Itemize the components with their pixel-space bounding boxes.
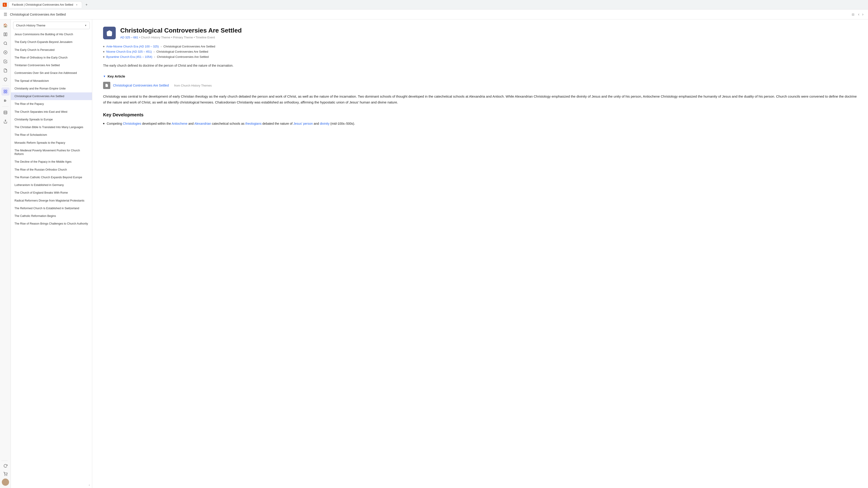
- rail-bottom: [1, 460, 9, 486]
- rail-search-icon[interactable]: [1, 39, 9, 47]
- rail-refresh-icon[interactable]: [1, 462, 9, 470]
- sidebar-item-20[interactable]: Lutheranism Is Established in Germany: [11, 181, 92, 189]
- menu-hamburger-icon[interactable]: ☰: [4, 12, 7, 17]
- sidebar-item-24[interactable]: The Catholic Reformation Begins: [11, 212, 92, 220]
- meta-separator-2: •: [171, 36, 173, 39]
- svg-point-15: [5, 475, 5, 476]
- sidebar-item-5[interactable]: Trinitarian Controversies Are Settled: [11, 61, 92, 69]
- sidebar-item-21[interactable]: The Church of England Breaks With Rome: [11, 189, 92, 197]
- article-source-text: from Church History Themes: [174, 84, 212, 87]
- dropdown-arrow-icon: ▼: [85, 24, 87, 27]
- svg-rect-7: [4, 90, 5, 91]
- svg-rect-11: [4, 111, 7, 114]
- sidebar-item-10[interactable]: The Rise of the Papacy: [11, 100, 92, 108]
- sidebar-item-25[interactable]: The Rise of Reason Brings Challenges to …: [11, 220, 92, 228]
- sidebar-item-16[interactable]: The Medieval Poverty Movement Pushes for…: [11, 147, 92, 158]
- key-development-text-1: Competing Christologies developed within…: [107, 121, 355, 126]
- sidebar-item-19[interactable]: The Roman Catholic Church Expands Beyond…: [11, 173, 92, 181]
- breadcrumbs: Ante-Nicene Church Era (AD 100 – 325) › …: [103, 45, 857, 59]
- page-meta: AD 325 – 681 • Church History Theme • Pr…: [120, 36, 242, 39]
- nav-forward-button[interactable]: ›: [861, 11, 864, 18]
- christologies-link[interactable]: Christologies: [123, 122, 141, 125]
- rail-shield-icon[interactable]: [1, 75, 9, 84]
- page-header-text: Christological Controversies Are Settled…: [120, 27, 242, 39]
- browser-tab-bar: L Factbook | Christological Controversie…: [0, 0, 868, 9]
- sidebar-item-6[interactable]: Controversies Over Sin and Grace Are Add…: [11, 69, 92, 77]
- breadcrumb-3: Byzantine Church Era (451 – 1054) › Chri…: [103, 55, 857, 59]
- breadcrumb-1: Ante-Nicene Church Era (AD 100 – 325) › …: [103, 45, 857, 48]
- jesus-person-link[interactable]: Jesus' person: [293, 122, 313, 125]
- rail-home-icon[interactable]: 🏠: [1, 21, 9, 29]
- alexandrian-link[interactable]: Alexandrian: [194, 122, 211, 125]
- breadcrumb-link-2[interactable]: Nicene Church Era (AD 325 – 451): [106, 50, 152, 53]
- sidebar-collapse-button[interactable]: ‹: [11, 482, 92, 488]
- app-bar-action-icon[interactable]: ⊟: [852, 13, 855, 16]
- key-development-item-1: Competing Christologies developed within…: [103, 121, 857, 126]
- dropdown-label: Church History Theme: [16, 24, 45, 27]
- rail-doc-icon[interactable]: [1, 66, 9, 74]
- theologians-link[interactable]: theologians: [245, 122, 261, 125]
- rail-layers-icon[interactable]: [1, 108, 9, 117]
- app-bar: ☰ Christological Controversies Are Settl…: [0, 9, 868, 20]
- new-tab-button[interactable]: +: [84, 2, 89, 7]
- sidebar-item-22[interactable]: Radical Reformers Diverge from Magisteri…: [11, 197, 92, 204]
- sidebar-item-18[interactable]: The Rise of the Russian Orthodox Church: [11, 166, 92, 173]
- rail-library-icon[interactable]: [1, 30, 9, 38]
- antiochene-link[interactable]: Antiochene: [172, 122, 187, 125]
- breadcrumb-link-1[interactable]: Ante-Nicene Church Era (AD 100 – 325): [106, 45, 159, 48]
- key-article-section-header[interactable]: ▼ Key Article: [103, 74, 857, 78]
- rail-expand-icon[interactable]: B ›: [1, 96, 9, 105]
- sidebar-item-8[interactable]: Christianity and the Roman Empire Unite: [11, 85, 92, 92]
- active-tab[interactable]: Factbook | Christological Controversies …: [8, 1, 82, 8]
- meta-separator-3: •: [194, 36, 195, 39]
- bullet-dot-1: [103, 123, 104, 124]
- sidebar-item-9[interactable]: Christological Controversies Are Settled: [11, 92, 92, 100]
- rail-grid-icon[interactable]: [1, 88, 9, 96]
- rail-check-icon[interactable]: [1, 57, 9, 66]
- rail-add-icon[interactable]: [1, 48, 9, 57]
- sidebar-item-13[interactable]: The Christian Bible Is Translated Into M…: [11, 123, 92, 131]
- rail-separator-2: [2, 106, 8, 107]
- date-range: AD 325 – 681: [120, 36, 138, 39]
- sidebar-item-17[interactable]: The Decline of the Papacy in the Middle …: [11, 158, 92, 166]
- breadcrumb-bullet-3: [103, 56, 104, 58]
- breadcrumb-current-2: Christological Controversies Are Settled: [156, 50, 208, 53]
- rail-share-icon[interactable]: [1, 118, 9, 126]
- sidebar-item-15[interactable]: Monastic Reform Spreads to the Papacy: [11, 139, 92, 147]
- sidebar-item-7[interactable]: The Spread of Monasticism: [11, 77, 92, 85]
- sidebar-item-11[interactable]: The Church Separates into East and West: [11, 108, 92, 116]
- sidebar-item-23[interactable]: The Reformed Church Is Established in Sw…: [11, 204, 92, 212]
- nav-back-button[interactable]: ‹: [857, 11, 860, 18]
- sidebar-item-12[interactable]: Christianity Spreads to Europe: [11, 116, 92, 123]
- key-article-link[interactable]: Christological Controversies Are Settled: [113, 84, 169, 87]
- section-toggle-icon[interactable]: ▼: [103, 75, 106, 78]
- sidebar-item-1[interactable]: Jesus Commissions the Building of His Ch…: [11, 31, 92, 38]
- meta-theme: Church History Theme: [141, 36, 170, 39]
- sidebar-item-2[interactable]: The Early Church Expands Beyond Jerusale…: [11, 38, 92, 46]
- body-text: Christology was central to the developme…: [103, 94, 857, 105]
- rail-avatar[interactable]: [1, 478, 9, 486]
- browser-favicon: L: [3, 3, 7, 7]
- meta-event: Timeline Event: [195, 36, 215, 39]
- theme-dropdown[interactable]: Church History Theme ▼: [13, 22, 90, 29]
- nav-arrows: ‹ ›: [857, 11, 864, 18]
- breadcrumb-link-3[interactable]: Byzantine Church Era (451 – 1054): [106, 55, 152, 59]
- breadcrumb-sep-1: ›: [161, 45, 162, 48]
- user-avatar[interactable]: [2, 479, 9, 486]
- rail-cart-icon[interactable]: [1, 470, 9, 478]
- sidebar-item-14[interactable]: The Rise of Scholasticism: [11, 131, 92, 139]
- tab-title: Factbook | Christological Controversies …: [12, 3, 73, 6]
- breadcrumb-bullet-1: [103, 46, 104, 47]
- sidebar-item-4[interactable]: The Rise of Orthodoxy in the Early Churc…: [11, 54, 92, 61]
- main-layout: 🏠 B ›: [0, 20, 868, 488]
- tab-close-button[interactable]: ×: [75, 3, 79, 6]
- key-article-title-label: Key Article: [107, 74, 125, 78]
- breadcrumb-bullet-2: [103, 51, 104, 53]
- svg-point-17: [4, 481, 6, 482]
- breadcrumb-current-1: Christological Controversies Are Settled: [163, 45, 215, 48]
- sidebar-item-3[interactable]: The Early Church Is Persecuted: [11, 46, 92, 54]
- svg-rect-8: [6, 90, 7, 91]
- divinity-link[interactable]: divinity: [320, 122, 330, 125]
- sidebar-list: Jesus Commissions the Building of His Ch…: [11, 31, 92, 482]
- svg-line-3: [6, 44, 7, 45]
